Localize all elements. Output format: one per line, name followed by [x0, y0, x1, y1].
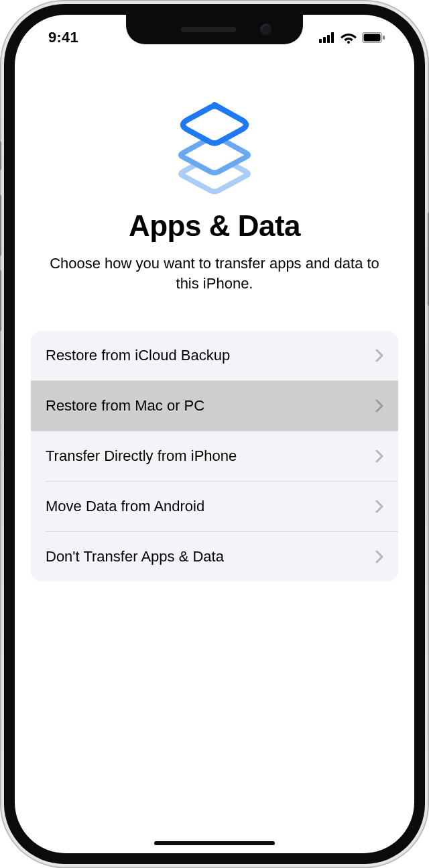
status-indicators [319, 23, 391, 44]
options-list: Restore from iCloud Backup Restore from … [31, 331, 398, 582]
option-label: Move Data from Android [46, 498, 204, 515]
earpiece-speaker [181, 27, 236, 32]
svg-rect-6 [364, 34, 381, 42]
chevron-right-icon [375, 449, 383, 463]
setup-content: Apps & Data Choose how you want to trans… [15, 15, 414, 853]
page-subtitle: Choose how you want to transfer apps and… [47, 254, 382, 293]
iphone-device-frame: 9:41 [0, 0, 429, 868]
volume-up-button[interactable] [0, 195, 1, 256]
option-label: Restore from Mac or PC [46, 397, 204, 415]
chevron-right-icon [375, 399, 383, 413]
svg-point-4 [347, 41, 350, 44]
wifi-icon [341, 32, 357, 44]
phone-screen: 9:41 [15, 15, 414, 853]
option-restore-mac-pc[interactable]: Restore from Mac or PC [31, 381, 398, 431]
svg-rect-0 [319, 39, 322, 43]
option-restore-icloud[interactable]: Restore from iCloud Backup [31, 331, 398, 380]
display-notch [126, 15, 303, 44]
page-title: Apps & Data [129, 209, 300, 243]
option-dont-transfer[interactable]: Don't Transfer Apps & Data [31, 532, 398, 582]
apps-data-icon [171, 98, 258, 199]
home-indicator[interactable] [154, 841, 275, 845]
option-move-android[interactable]: Move Data from Android [31, 482, 398, 531]
svg-rect-2 [327, 35, 330, 43]
option-label: Don't Transfer Apps & Data [46, 548, 224, 565]
svg-rect-1 [323, 37, 326, 43]
status-time: 9:41 [38, 21, 78, 46]
front-camera [260, 23, 272, 36]
svg-rect-3 [331, 32, 334, 43]
svg-rect-7 [383, 36, 385, 40]
option-transfer-iphone[interactable]: Transfer Directly from iPhone [31, 431, 398, 481]
chevron-right-icon [375, 550, 383, 563]
chevron-right-icon [375, 349, 383, 362]
chevron-right-icon [375, 500, 383, 513]
option-label: Restore from iCloud Backup [46, 347, 230, 364]
volume-down-button[interactable] [0, 270, 1, 331]
option-label: Transfer Directly from iPhone [46, 447, 237, 465]
cellular-icon [319, 32, 335, 43]
battery-icon [362, 32, 385, 43]
mute-switch[interactable] [0, 141, 1, 170]
